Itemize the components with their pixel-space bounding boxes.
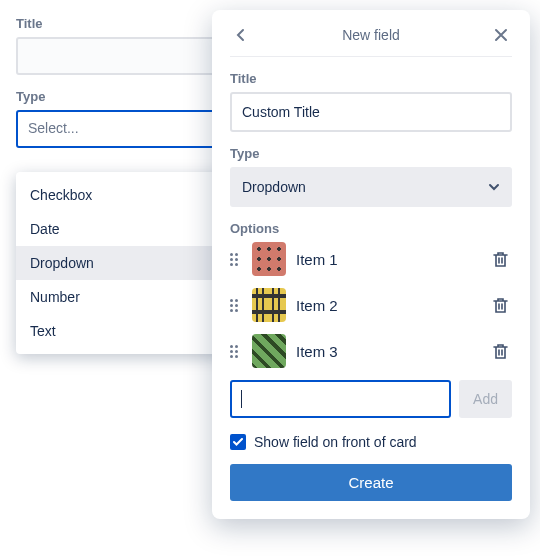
drag-handle-icon[interactable] [230, 253, 242, 266]
title-input-left[interactable] [16, 37, 216, 75]
option-row: Item 2 [230, 288, 512, 322]
dropdown-option-number[interactable]: Number [16, 280, 224, 314]
delete-option-button[interactable] [488, 339, 512, 363]
add-option-button[interactable]: Add [459, 380, 512, 418]
trash-icon [493, 251, 508, 268]
option-row: Item 1 [230, 242, 512, 276]
type-dropdown-menu: CheckboxDateDropdownNumberText [16, 172, 224, 354]
drag-handle-icon[interactable] [230, 299, 242, 312]
option-label: Item 3 [296, 343, 478, 360]
checkbox-label: Show field on front of card [254, 434, 417, 450]
color-swatch[interactable] [252, 242, 286, 276]
dropdown-option-date[interactable]: Date [16, 212, 224, 246]
text-cursor [241, 390, 242, 408]
option-row: Item 3 [230, 334, 512, 368]
close-icon [494, 28, 508, 42]
back-button[interactable] [230, 24, 252, 46]
option-label: Item 2 [296, 297, 478, 314]
type-select-left[interactable]: Select... [16, 110, 216, 148]
panel-title: New field [252, 27, 490, 43]
show-on-card-checkbox-row[interactable]: Show field on front of card [230, 434, 512, 450]
title-label: Title [230, 71, 512, 86]
chevron-down-icon [488, 183, 500, 191]
color-swatch[interactable] [252, 334, 286, 368]
select-placeholder: Select... [28, 120, 79, 136]
option-label: Item 1 [296, 251, 478, 268]
delete-option-button[interactable] [488, 247, 512, 271]
drag-handle-icon[interactable] [230, 345, 242, 358]
checkbox[interactable] [230, 434, 246, 450]
close-button[interactable] [490, 24, 512, 46]
dropdown-option-text[interactable]: Text [16, 314, 224, 348]
type-select-value: Dropdown [242, 179, 306, 195]
chevron-left-icon [236, 28, 246, 42]
title-input[interactable] [230, 92, 512, 132]
dropdown-option-dropdown[interactable]: Dropdown [16, 246, 224, 280]
options-label: Options [230, 221, 512, 236]
dropdown-option-checkbox[interactable]: Checkbox [16, 178, 224, 212]
add-option-input[interactable] [230, 380, 451, 418]
trash-icon [493, 343, 508, 360]
type-select[interactable]: Dropdown [230, 167, 512, 207]
trash-icon [493, 297, 508, 314]
new-field-panel: New field Title Type Dropdown Options It… [212, 10, 530, 519]
title-label-left: Title [16, 16, 216, 31]
check-icon [233, 438, 243, 446]
color-swatch[interactable] [252, 288, 286, 322]
delete-option-button[interactable] [488, 293, 512, 317]
type-label-left: Type [16, 89, 216, 104]
type-label: Type [230, 146, 512, 161]
create-button[interactable]: Create [230, 464, 512, 501]
